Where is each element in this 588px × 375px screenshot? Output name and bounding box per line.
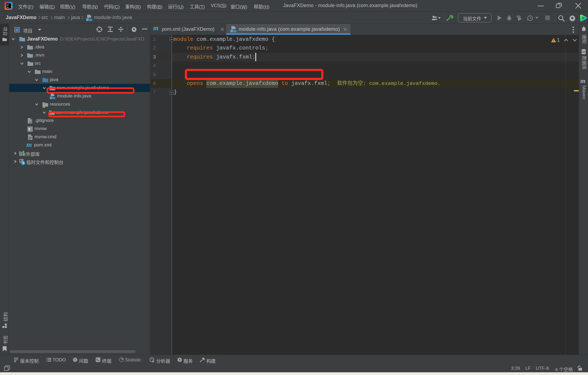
svg-text:IJ: IJ [7,4,9,6]
svg-text:J: J [87,19,88,21]
svg-text:J: J [231,30,232,33]
svg-text:J: J [50,97,51,99]
